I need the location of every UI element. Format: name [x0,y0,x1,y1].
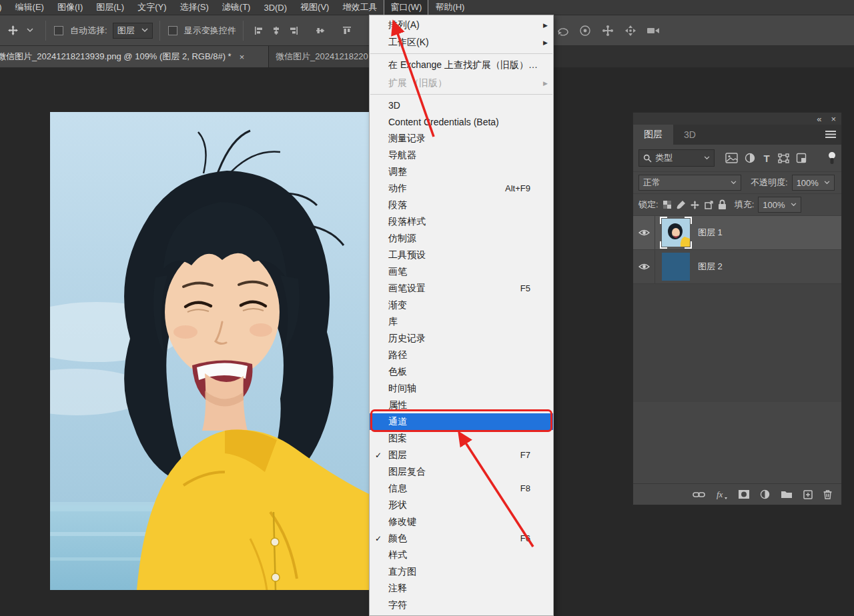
lock-position-icon[interactable] [690,200,700,210]
menu-item-character-styles[interactable]: 字符样式 [370,613,553,616]
menu-item-styles[interactable]: 样式 [370,547,553,563]
menu-item-shapes[interactable]: 形状 [370,497,553,513]
delete-layer-icon[interactable] [823,489,832,499]
layer-visibility-toggle[interactable] [633,250,655,283]
tab-3d[interactable]: 3D [673,125,707,145]
menu-item-modifier-keys[interactable]: 修改键 [370,513,553,530]
menu-item-label: 段落样式 [388,216,426,228]
tool-preset-chevron-icon[interactable] [21,22,39,39]
menu-item-properties[interactable]: 属性 [370,397,553,413]
link-layers-icon[interactable] [693,491,705,498]
menu-type[interactable]: 文字(Y) [131,0,173,15]
layer-visibility-toggle[interactable] [633,216,655,249]
pixel-layer-filter-icon[interactable] [725,153,738,163]
menu-item-measurement-log[interactable]: 测量记录 [370,130,553,147]
move-tool-icon[interactable] [4,22,21,39]
smart-object-filter-icon[interactable] [796,153,807,163]
menu-item-notes[interactable]: 注释 [370,580,553,597]
align-right-icon[interactable] [285,22,302,39]
align-top-icon[interactable] [338,22,356,39]
layer-style-fx-icon[interactable]: fx [716,490,728,499]
menu-view[interactable]: 视图(V) [294,0,336,15]
new-group-folder-icon[interactable] [781,490,793,499]
menu-edit[interactable]: 编辑(E) [9,0,51,15]
3d-pan-icon[interactable] [599,22,616,39]
menu-item-find-extensions[interactable]: 在 Exchange 上查找扩展（旧版）… [370,56,553,74]
menu-file[interactable]: 文件(F) [0,0,9,15]
menu-item-channels[interactable]: 通道 [370,413,553,430]
lock-all-icon[interactable] [718,199,727,210]
menu-item-layers[interactable]: ✓图层F7 [370,447,553,463]
new-adjustment-layer-icon[interactable] [760,489,770,499]
menu-3d[interactable]: 3D(D) [257,1,294,15]
menu-item-paragraph[interactable]: 段落 [370,197,553,213]
new-layer-icon[interactable] [803,490,813,499]
menu-item-clone-source[interactable]: 仿制源 [370,230,553,247]
menu-item-timeline[interactable]: 时间轴 [370,380,553,397]
blend-mode-dropdown[interactable]: 正常 [638,175,741,191]
menu-item-adjustments[interactable]: 调整 [370,163,553,180]
menu-item-character[interactable]: 字符 [370,597,553,613]
menu-item-brushes[interactable]: 画笔 [370,263,553,280]
align-center-horizontal-icon[interactable] [268,22,285,39]
menu-layer[interactable]: 图层(L) [89,0,131,15]
fill-value-box[interactable]: 100% [758,197,801,213]
tab-layers[interactable]: 图层 [633,125,673,145]
auto-select-target-dropdown[interactable]: 图层 [113,23,153,39]
3d-slide-icon[interactable] [622,22,639,39]
layer-row-1[interactable]: 图层 1 [633,216,841,250]
menu-item-content-credentials[interactable]: Content Credentials (Beta) [370,113,553,130]
align-center-vertical-icon[interactable] [312,22,329,39]
menu-item-actions[interactable]: 动作Alt+F9 [370,180,553,197]
lock-image-icon[interactable] [676,200,686,210]
menu-filter[interactable]: 滤镜(T) [216,0,258,15]
menu-item-paragraph-styles[interactable]: 段落样式 [370,213,553,230]
layer-name[interactable]: 图层 2 [698,261,723,273]
menu-item-arrange[interactable]: 排列(A)▶ [370,17,553,34]
type-layer-filter-icon[interactable]: T [762,153,771,163]
3d-roll-icon[interactable] [576,22,594,39]
menu-item-tool-presets[interactable]: 工具预设 [370,247,553,263]
adjustment-layer-filter-icon[interactable] [745,153,755,163]
show-transform-checkbox[interactable] [168,26,177,35]
menu-item-history[interactable]: 历史记录 [370,330,553,347]
tab-close-icon[interactable]: × [240,52,245,62]
menu-item-layer-comps[interactable]: 图层复合 [370,463,553,480]
menu-item-gradients[interactable]: 渐变 [370,297,553,313]
menu-select[interactable]: 选择(S) [173,0,215,15]
3d-rotate-icon[interactable] [554,22,571,39]
layer-thumbnail[interactable] [662,219,690,247]
filter-toggle-pin-icon[interactable] [828,152,836,165]
panel-collapse-icon[interactable]: « [817,114,821,124]
layer-row-2[interactable]: 图层 2 [633,250,841,284]
menu-item-libraries[interactable]: 库 [370,313,553,330]
auto-select-checkbox[interactable] [54,26,63,35]
menu-item-navigator[interactable]: 导航器 [370,147,553,163]
menu-item-color[interactable]: ✓颜色F6 [370,530,553,547]
menu-plugins[interactable]: 增效工具 [336,0,384,15]
menu-window[interactable]: 窗口(W) [384,0,428,15]
shape-layer-filter-icon[interactable] [778,153,789,163]
align-left-icon[interactable] [250,22,268,39]
panel-close-icon[interactable]: × [831,114,836,124]
lock-transparency-icon[interactable] [663,200,672,209]
panel-menu-icon[interactable] [825,131,836,138]
menu-help[interactable]: 帮助(H) [428,0,471,15]
menu-image[interactable]: 图像(I) [51,0,89,15]
menu-item-paths[interactable]: 路径 [370,347,553,363]
menu-item-brush-settings[interactable]: 画笔设置F5 [370,280,553,297]
opacity-value-box[interactable]: 100% [792,175,835,191]
menu-item-3d[interactable]: 3D [370,97,553,113]
menu-item-histogram[interactable]: 直方图 [370,563,553,580]
3d-camera-icon[interactable] [645,22,662,39]
layer-name[interactable]: 图层 1 [698,227,723,239]
lock-artboard-icon[interactable] [704,200,714,210]
layer-thumbnail[interactable] [662,253,690,281]
menu-item-workspace[interactable]: 工作区(K)▶ [370,34,553,51]
add-layer-mask-icon[interactable] [739,490,749,499]
document-tab-active[interactable]: 微信图片_20241218213939.png @ 109% (图层 2, RG… [0,46,269,67]
menu-item-patterns[interactable]: 图案 [370,430,553,447]
menu-item-info[interactable]: 信息F8 [370,480,553,497]
filter-type-dropdown[interactable]: 类型 [638,149,715,167]
menu-item-swatches[interactable]: 色板 [370,363,553,380]
